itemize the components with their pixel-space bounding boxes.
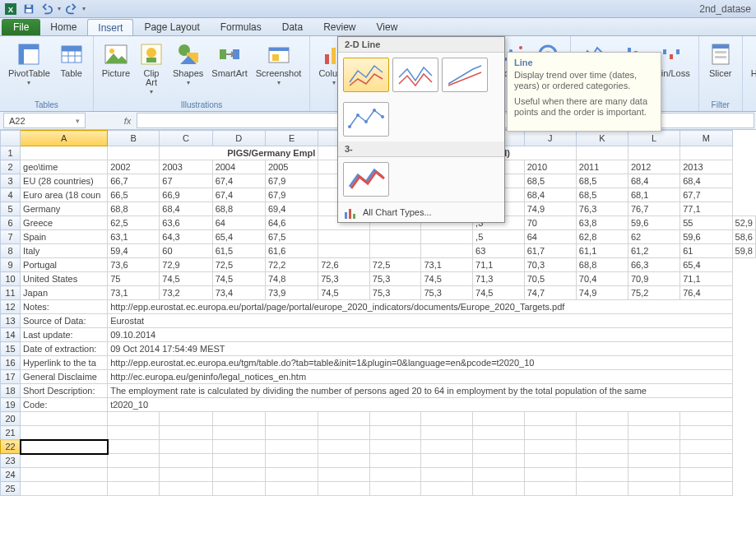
cell[interactable]: 71,1 — [680, 272, 732, 286]
row-header-20[interactable]: 20 — [1, 412, 21, 426]
all-chart-types-item[interactable]: All Chart Types... — [338, 202, 504, 222]
header-cell[interactable]: 2002 — [108, 160, 160, 174]
cell[interactable]: 68,4 — [628, 174, 680, 188]
save-icon[interactable] — [21, 2, 36, 16]
cell[interactable]: Hyperlink to the ta — [21, 356, 108, 370]
name-box[interactable]: A22▾ — [3, 113, 86, 128]
cell[interactable] — [369, 468, 421, 482]
cell[interactable] — [421, 244, 473, 258]
col-header-C[interactable]: C — [160, 131, 212, 146]
cell[interactable] — [628, 412, 680, 426]
cell[interactable]: 73,1 — [108, 286, 160, 300]
cell[interactable] — [212, 426, 265, 440]
tab-review[interactable]: Review — [313, 19, 365, 35]
cell[interactable]: 75,3 — [318, 272, 370, 286]
cell[interactable] — [473, 468, 525, 482]
cell[interactable]: 75 — [108, 272, 160, 286]
cell[interactable]: 70,5 — [524, 272, 576, 286]
cell[interactable] — [160, 412, 212, 426]
cell[interactable]: 75,2 — [628, 286, 680, 300]
row-header-11[interactable]: 11 — [1, 286, 21, 300]
cell[interactable]: 09 Oct 2014 17:54:49 MEST — [108, 342, 732, 356]
cell[interactable]: 74,7 — [524, 286, 576, 300]
cell[interactable]: 61 — [680, 244, 732, 258]
cell[interactable]: 75,3 — [421, 286, 473, 300]
cell[interactable]: 62,8 — [576, 230, 628, 244]
cell[interactable]: 65,4 — [680, 258, 732, 272]
row-header-16[interactable]: 16 — [1, 356, 21, 370]
cell[interactable] — [680, 440, 732, 454]
cell[interactable] — [108, 454, 160, 468]
cell[interactable]: 63 — [473, 244, 525, 258]
cell[interactable] — [473, 426, 525, 440]
row-header-12[interactable]: 12 — [1, 300, 21, 314]
cell[interactable]: 76,4 — [680, 286, 732, 300]
tab-formulas[interactable]: Formulas — [211, 19, 271, 35]
cell[interactable] — [576, 440, 628, 454]
undo-icon[interactable] — [39, 2, 54, 16]
cell[interactable]: 09.10.2014 — [108, 328, 732, 342]
header-cell[interactable]: 2003 — [160, 160, 212, 174]
cell[interactable] — [628, 454, 680, 468]
row-header-22[interactable]: 22 — [1, 440, 21, 454]
cell[interactable] — [680, 468, 732, 482]
cell[interactable]: 67 — [160, 174, 212, 188]
cell[interactable]: 61,7 — [524, 244, 576, 258]
cell[interactable]: Notes: — [21, 300, 108, 314]
cell[interactable] — [318, 440, 370, 454]
cell[interactable]: 68,8 — [108, 202, 160, 216]
cell[interactable]: Source of Data: — [21, 314, 108, 328]
tab-insert[interactable]: Insert — [87, 19, 133, 35]
cell[interactable] — [212, 482, 265, 496]
cell[interactable]: 75,3 — [369, 272, 421, 286]
cell[interactable]: http://epp.eurostat.ec.europa.eu/tgm/tab… — [108, 356, 732, 370]
excel-icon[interactable]: X — [3, 2, 18, 16]
cell[interactable]: Spain — [21, 230, 108, 244]
cell[interactable]: Date of extraction: — [21, 342, 108, 356]
row-header-2[interactable]: 2 — [1, 160, 21, 174]
cell[interactable] — [265, 454, 318, 468]
cell[interactable]: Portugal — [21, 258, 108, 272]
row-header-4[interactable]: 4 — [1, 188, 21, 202]
cell[interactable]: 65,4 — [212, 230, 265, 244]
row-header-17[interactable]: 17 — [1, 370, 21, 384]
cell[interactable] — [369, 440, 421, 454]
cell[interactable]: 61,1 — [576, 244, 628, 258]
cell[interactable] — [160, 426, 212, 440]
cell[interactable]: 59,6 — [680, 230, 732, 244]
cell[interactable]: 72,6 — [318, 258, 370, 272]
cell[interactable] — [265, 468, 318, 482]
cell[interactable] — [369, 412, 421, 426]
cell[interactable] — [628, 468, 680, 482]
cell[interactable] — [473, 440, 525, 454]
cell[interactable] — [108, 468, 160, 482]
cell[interactable] — [576, 482, 628, 496]
line-chart-type-1[interactable] — [343, 58, 389, 92]
cell[interactable]: Euro area (18 coun — [21, 188, 108, 202]
cell[interactable] — [524, 412, 576, 426]
cell[interactable] — [21, 440, 108, 454]
cell[interactable]: General Disclaime — [21, 370, 108, 384]
cell[interactable] — [160, 454, 212, 468]
cell[interactable]: 68,5 — [524, 174, 576, 188]
cell[interactable]: 70,9 — [628, 272, 680, 286]
cell[interactable] — [160, 440, 212, 454]
cell[interactable]: 64,3 — [160, 230, 212, 244]
cell[interactable]: 67,7 — [680, 188, 732, 202]
cell[interactable]: 66,7 — [108, 174, 160, 188]
tab-view[interactable]: View — [367, 19, 408, 35]
cell[interactable]: Greece — [21, 216, 108, 230]
cell[interactable]: 68,5 — [576, 174, 628, 188]
cell[interactable]: 67,9 — [265, 174, 318, 188]
file-tab[interactable]: File — [2, 19, 40, 35]
cell[interactable]: 72,9 — [160, 258, 212, 272]
cell[interactable]: 74,5 — [421, 272, 473, 286]
line-chart-type-2[interactable] — [392, 58, 438, 92]
cell[interactable] — [628, 426, 680, 440]
cell[interactable]: 74,9 — [576, 286, 628, 300]
cell[interactable] — [680, 454, 732, 468]
header-cell[interactable]: 2004 — [212, 160, 265, 174]
cell[interactable] — [524, 426, 576, 440]
cell[interactable]: 70,3 — [524, 258, 576, 272]
hyperlink-button[interactable]: Hyperlink — [748, 38, 756, 80]
